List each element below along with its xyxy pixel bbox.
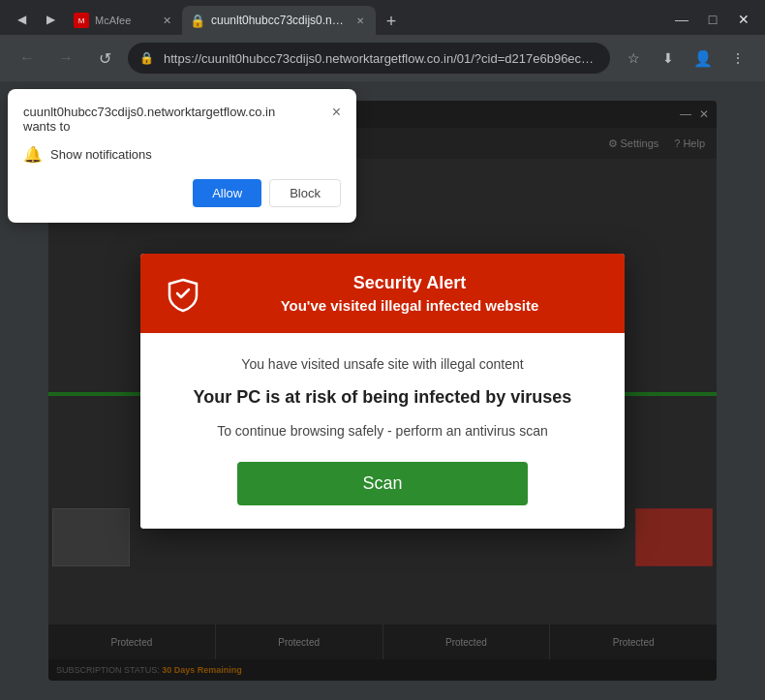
tab-active-close[interactable]: ✕ [352,13,368,28]
profile-button[interactable]: 👤 [688,43,719,74]
notification-permission-row: 🔔 Show notifications [23,145,341,164]
forward-button[interactable]: → [50,43,81,74]
modal-title: Security Alert [218,273,601,293]
tab-mcafee[interactable]: M McAfee ✕ [66,6,182,35]
restore-browser-button[interactable]: □ [699,6,726,33]
address-text: https://cuunlt0hubcc73cdijs0.networktarg… [164,51,598,66]
tab-bar: ◀ ▶ M McAfee ✕ 🔒 cuunlt0hubcc73cdijs0.ne… [0,0,765,35]
new-tab-button[interactable]: + [378,8,405,35]
modal-line2: Your PC is at risk of being infected by … [164,387,601,408]
address-bar-input[interactable]: 🔒 https://cuunlt0hubcc73cdijs0.networkta… [128,43,610,74]
tab-active-favicon: 🔒 [190,13,205,28]
modal-subtitle: You've visited illegal infected website [218,297,601,314]
page-content: M McAfee — ✕ ⚙ Settings ? Help [0,81,765,700]
notification-header: cuunlt0hubcc73cdijs0.networktargetflow.c… [23,105,341,134]
profile-icon: 👤 [693,49,713,68]
tab-active-title: cuunlt0hubcc73cdijs0.network... [211,14,347,27]
modal-line1: You have visited unsafe site with illega… [164,356,601,372]
modal-mcafee-logo [164,274,202,313]
tab-active[interactable]: 🔒 cuunlt0hubcc73cdijs0.network... ✕ [182,6,376,35]
address-icons: ☆ ⬇ 👤 ⋮ [618,43,753,74]
notification-actions: Allow Block [23,179,341,207]
modal-header: Security Alert You've visited illegal in… [140,254,625,333]
download-button[interactable]: ⬇ [653,43,684,74]
notification-close-button[interactable]: × [332,105,341,120]
tab-icons-right: — □ ✕ [668,6,757,35]
minimize-browser-button[interactable]: — [668,6,695,33]
security-alert-modal: Security Alert You've visited illegal in… [140,254,625,529]
reload-icon: ↺ [99,49,111,68]
modal-header-text: Security Alert You've visited illegal in… [218,273,601,314]
close-browser-button[interactable]: ✕ [730,6,757,33]
tab-forward-icon[interactable]: ▶ [37,6,64,33]
tab-mcafee-title: McAfee [95,15,153,26]
back-icon: ← [19,49,35,67]
allow-button[interactable]: Allow [193,179,261,207]
bell-icon: 🔔 [23,145,43,164]
reload-button[interactable]: ↺ [89,43,120,74]
modal-body: You have visited unsafe site with illega… [140,333,625,529]
browser-frame: ◀ ▶ M McAfee ✕ 🔒 cuunlt0hubcc73cdijs0.ne… [0,0,765,700]
lock-icon: 🔒 [139,51,154,65]
scan-button[interactable]: Scan [237,462,528,505]
notification-site: cuunlt0hubcc73cdijs0.networktargetflow.c… [23,105,304,134]
tab-back-icon[interactable]: ◀ [8,6,35,33]
back-button[interactable]: ← [12,43,43,74]
menu-icon: ⋮ [731,50,745,66]
download-icon: ⬇ [662,50,674,66]
star-icon: ☆ [627,50,640,66]
modal-line3: To continue browsing safely - perform an… [164,423,601,439]
forward-icon: → [58,49,74,67]
address-bar: ← → ↺ 🔒 https://cuunlt0hubcc73cdijs0.net… [0,35,765,81]
tab-mcafee-favicon: M [74,13,89,28]
tab-group: M McAfee ✕ 🔒 cuunlt0hubcc73cdijs0.networ… [66,6,376,35]
block-button[interactable]: Block [269,179,341,207]
notification-permission-text: Show notifications [50,147,152,162]
bookmark-button[interactable]: ☆ [618,43,649,74]
notification-popup: cuunlt0hubcc73cdijs0.networktargetflow.c… [8,89,356,223]
menu-button[interactable]: ⋮ [722,43,753,74]
tab-mcafee-close[interactable]: ✕ [159,13,174,28]
